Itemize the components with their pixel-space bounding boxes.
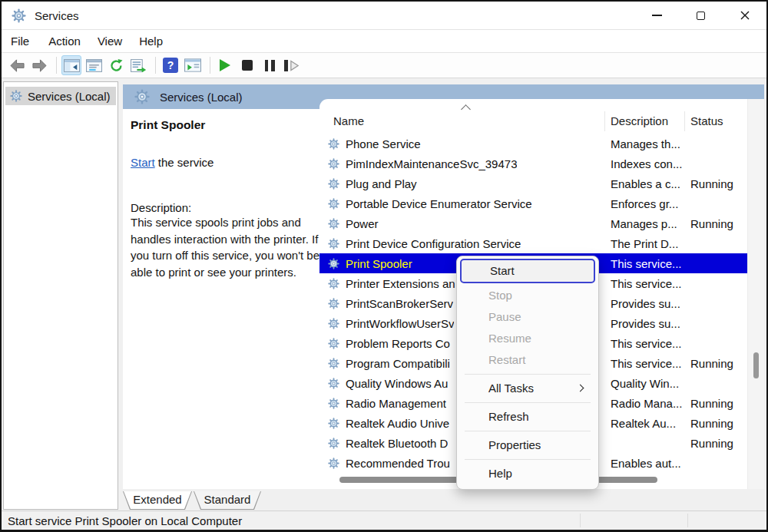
table-row[interactable]: PowerManages p...Running: [319, 213, 747, 233]
vertical-scrollbar-thumb[interactable]: [753, 352, 759, 378]
service-name: Print Device Configuration Service: [346, 237, 521, 250]
properties-toolbar-button[interactable]: [84, 55, 104, 75]
service-name: PrintScanBrokerServ: [346, 297, 453, 310]
toolbar-separator: [56, 57, 57, 74]
tab-extended[interactable]: Extended: [123, 491, 192, 510]
back-icon: [9, 58, 25, 73]
description-label: Description:: [131, 201, 312, 214]
context-menu-item-restart: Restart: [457, 349, 598, 371]
show-action-pane-button[interactable]: [183, 55, 203, 75]
service-status-cell: Running: [690, 437, 733, 450]
service-gear-icon: [328, 198, 339, 210]
service-name: Phone Service: [346, 137, 421, 150]
column-divider: [684, 111, 685, 131]
service-gear-icon: [328, 318, 339, 329]
status-bar-divider: [687, 514, 688, 527]
service-name: Problem Reports Co: [346, 337, 450, 350]
window-controls: [635, 2, 766, 29]
service-status-cell: Running: [690, 177, 733, 190]
service-gear-icon: [328, 458, 339, 469]
console-tree-panel: Services (Local): [3, 81, 118, 510]
close-button[interactable]: [723, 2, 766, 29]
menu-item-label: Stop: [488, 289, 512, 302]
title-bar: Services: [2, 2, 766, 30]
menu-item-label: Resume: [488, 332, 531, 345]
action-pane-icon: [184, 58, 201, 72]
service-name: Print Spooler: [346, 257, 412, 270]
service-name: Realtek Audio Unive: [346, 417, 449, 430]
table-row[interactable]: Plug and PlayEnables a c...Running: [319, 173, 747, 193]
pause-service-button[interactable]: [260, 55, 280, 75]
menu-item-label: Restart: [488, 353, 525, 366]
table-row[interactable]: Print Device Configuration ServiceThe Pr…: [319, 233, 747, 253]
help-toolbar-button[interactable]: ?: [161, 55, 180, 75]
service-gear-icon: [328, 238, 339, 249]
column-header-description[interactable]: Description: [611, 114, 668, 127]
export-list-button[interactable]: [128, 55, 148, 75]
refresh-toolbar-button[interactable]: [106, 55, 126, 75]
export-list-icon: [131, 59, 147, 72]
context-menu-item-properties[interactable]: Properties: [457, 435, 598, 456]
pane-header-title: Services (Local): [160, 91, 243, 104]
menu-item-file[interactable]: File: [11, 32, 40, 50]
service-description-cell: This service...: [611, 357, 682, 370]
status-text: Start service Print Spooler on Local Com…: [8, 514, 242, 527]
resume-service-button[interactable]: [282, 55, 302, 75]
column-header-name[interactable]: Name: [333, 114, 364, 127]
minimize-icon: [652, 15, 662, 16]
table-row[interactable]: Portable Device Enumerator ServiceEnforc…: [319, 193, 747, 213]
context-menu-item-stop: Stop: [457, 285, 598, 306]
status-bar-divider: [580, 514, 581, 527]
back-button[interactable]: [7, 55, 27, 75]
service-name: Program Compatibili: [346, 357, 450, 370]
start-service-button[interactable]: [215, 55, 235, 75]
pause-service-icon: [265, 60, 275, 71]
action-line-rest: the service: [155, 156, 214, 169]
maximize-button[interactable]: [679, 2, 723, 29]
context-menu-item-refresh[interactable]: Refresh: [457, 406, 598, 428]
service-gear-icon: [328, 418, 339, 429]
service-name: Printer Extensions an: [346, 277, 455, 290]
column-header-status[interactable]: Status: [690, 114, 723, 127]
services-window: Services FileActionViewHelp ? Serv: [0, 0, 768, 532]
service-description-cell: Manages th...: [611, 137, 680, 150]
forward-button[interactable]: [29, 55, 49, 75]
context-menu-item-resume: Resume: [457, 328, 598, 349]
start-service-link[interactable]: Start: [131, 156, 155, 169]
start-service-icon: [220, 59, 230, 71]
service-description-cell: Quality Win...: [611, 377, 679, 390]
menu-item-action[interactable]: Action: [40, 32, 89, 50]
service-gear-icon: [328, 378, 339, 389]
menu-item-help[interactable]: Help: [131, 32, 171, 50]
toolbar-separator: [210, 57, 210, 74]
vertical-scrollbar[interactable]: [747, 99, 764, 489]
tree-item-label: Services (Local): [28, 90, 111, 103]
service-name: Power: [346, 217, 379, 230]
sidebar-item-services-local[interactable]: Services (Local): [5, 87, 116, 105]
service-gear-icon: [328, 358, 339, 369]
show-console-tree-button[interactable]: [61, 55, 81, 75]
stop-service-button[interactable]: [237, 55, 257, 75]
menu-item-label: Start: [490, 264, 515, 277]
menu-item-label: All Tasks: [488, 382, 534, 395]
minimize-button[interactable]: [635, 2, 679, 29]
context-menu-item-all-tasks[interactable]: All Tasks: [457, 378, 598, 399]
service-gear-icon: [328, 158, 339, 170]
context-menu-item-help[interactable]: Help: [457, 463, 598, 484]
menu-item-view[interactable]: View: [89, 32, 131, 50]
services-gear-icon: [134, 89, 150, 104]
service-gear-icon: [328, 138, 339, 150]
service-status-cell: Running: [690, 397, 733, 410]
toolbar-separator: [155, 57, 156, 74]
table-row[interactable]: PimIndexMaintenanceSvc_39473Indexes con.…: [319, 154, 747, 173]
submenu-chevron-icon: [577, 385, 584, 392]
tab-standard[interactable]: Standard: [194, 491, 261, 510]
table-row[interactable]: Phone ServiceManages th...: [319, 134, 747, 154]
context-menu-item-start[interactable]: Start: [460, 259, 595, 283]
service-name: Portable Device Enumerator Service: [346, 197, 532, 210]
service-gear-icon: [328, 178, 339, 190]
service-description-cell: This service...: [611, 257, 682, 270]
service-description-cell: Radio Mana...: [611, 397, 682, 410]
service-gear-icon: [328, 218, 339, 230]
service-name: Quality Windows Au: [346, 377, 448, 390]
